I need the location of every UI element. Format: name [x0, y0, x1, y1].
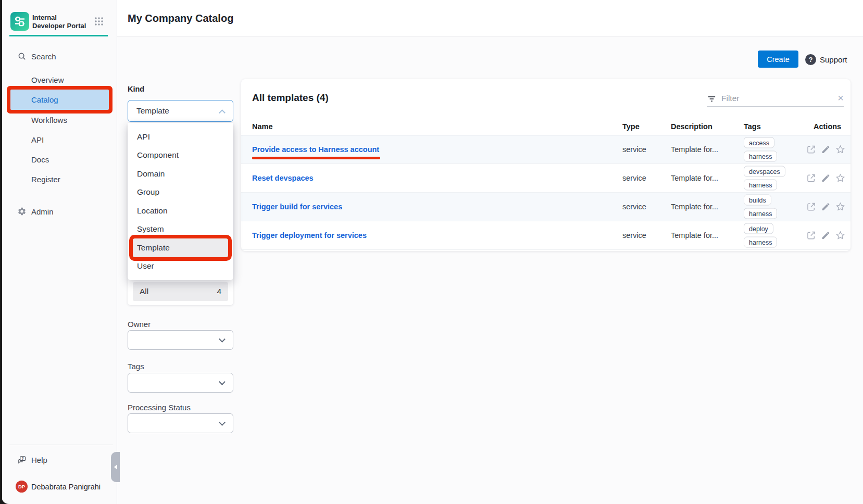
open-in-new-icon[interactable]	[806, 202, 816, 212]
tag-chip: harness	[744, 180, 777, 191]
app-switcher-icon[interactable]	[94, 17, 104, 26]
sidebar-item-workflows[interactable]: Workflows	[31, 113, 67, 127]
kind-option-group[interactable]: Group	[133, 183, 228, 202]
all-count: 4	[217, 287, 221, 296]
sidebar-item-label: Workflows	[31, 116, 67, 124]
sidebar-item-catalog[interactable]: Catalog	[10, 90, 109, 110]
owner-select[interactable]	[128, 330, 233, 350]
kind-select-value: Template	[136, 106, 169, 116]
help-button[interactable]: ? Help	[0, 452, 117, 467]
kind-option-system[interactable]: System	[133, 220, 228, 239]
kind-option-user[interactable]: User	[133, 257, 228, 276]
search-label: Search	[31, 52, 56, 61]
description-cell: Template for...	[671, 203, 718, 211]
edit-icon[interactable]	[821, 202, 831, 212]
kind-dropdown: APIComponentDomainGroupLocationSystemTem…	[128, 123, 233, 280]
sidebar-item-overview[interactable]: Overview	[31, 73, 64, 86]
column-header-description: Description	[671, 122, 712, 131]
tag-chip: harness	[744, 237, 777, 248]
actions-cell	[806, 173, 845, 183]
kind-select[interactable]: Template	[128, 100, 233, 122]
svg-text:?: ?	[22, 457, 24, 460]
sidebar-item-label: Overview	[31, 75, 64, 84]
template-name-link[interactable]: Trigger build for services	[252, 203, 342, 211]
sidebar-item-docs[interactable]: Docs	[31, 153, 49, 166]
template-name-link[interactable]: Trigger deployment for services	[252, 231, 367, 240]
column-header-name: Name	[252, 122, 273, 131]
kind-option-api[interactable]: API	[133, 128, 228, 146]
sidebar-divider	[9, 445, 113, 445]
star-icon[interactable]	[835, 145, 845, 155]
chevron-up-icon	[219, 109, 226, 116]
edit-icon[interactable]	[821, 145, 831, 155]
table-row: Trigger deployment for servicesserviceTe…	[241, 221, 851, 250]
tag-chip: harness	[744, 151, 777, 162]
question-circle-icon: ?	[805, 54, 816, 65]
column-header-type: Type	[622, 122, 640, 131]
table-title: All templates (4)	[252, 92, 329, 104]
search-icon	[17, 52, 27, 61]
edit-icon[interactable]	[821, 173, 831, 183]
chevron-down-icon	[219, 379, 226, 385]
actions-cell	[806, 145, 845, 155]
chevron-down-icon	[219, 336, 226, 343]
gear-icon	[17, 207, 27, 216]
tag-chip: deploy	[744, 223, 773, 234]
table-row: Reset devspacesserviceTemplate for...dev…	[241, 164, 851, 193]
description-cell: Template for...	[671, 231, 718, 240]
processing-status-label: Processing Status	[128, 403, 191, 412]
app-window: Internal Developer Portal Search Overvie…	[0, 0, 863, 504]
page-title: My Company Catalog	[128, 12, 233, 24]
kind-all-row[interactable]: All 4	[133, 282, 228, 301]
kind-option-component[interactable]: Component	[133, 146, 228, 165]
clear-filter-icon[interactable]: ×	[837, 93, 844, 104]
open-in-new-icon[interactable]	[806, 231, 816, 241]
main-header: My Company Catalog	[117, 0, 863, 36]
type-cell: service	[622, 174, 646, 182]
tags-cell: devspacesharness	[744, 166, 785, 191]
templates-table-card: All templates (4) × Name Type Descriptio…	[241, 79, 851, 251]
sidebar: Internal Developer Portal Search Overvie…	[0, 0, 117, 504]
tags-label: Tags	[128, 362, 144, 371]
support-button[interactable]: ? Support	[805, 54, 847, 65]
support-label: Support	[820, 55, 847, 64]
tags-cell: accessharness	[744, 137, 777, 162]
help-label: Help	[31, 456, 47, 464]
kind-option-domain[interactable]: Domain	[133, 165, 228, 183]
type-cell: service	[622, 231, 646, 240]
sidebar-item-register[interactable]: Register	[31, 172, 60, 186]
edit-icon[interactable]	[821, 231, 831, 241]
kind-option-location[interactable]: Location	[133, 201, 228, 220]
sidebar-item-label: Register	[31, 175, 60, 184]
sidebar-item-search[interactable]: Search	[0, 49, 117, 64]
user-name[interactable]: Debabrata Panigrahi	[31, 483, 101, 491]
sidebar-item-api[interactable]: API	[31, 133, 44, 146]
help-chat-icon: ?	[17, 455, 27, 464]
open-in-new-icon[interactable]	[806, 173, 816, 183]
column-header-tags: Tags	[744, 122, 761, 131]
tags-cell: buildsharness	[744, 195, 777, 219]
tags-cell: deployharness	[744, 223, 777, 248]
brand-title: Internal Developer Portal	[32, 14, 91, 30]
brand-divider	[9, 35, 108, 36]
sidebar-item-label: Docs	[31, 155, 49, 164]
star-icon[interactable]	[835, 202, 845, 212]
star-icon[interactable]	[835, 173, 845, 183]
tags-select[interactable]	[128, 373, 233, 393]
sidebar-item-admin[interactable]: Admin	[0, 204, 117, 219]
template-name-link[interactable]: Reset devspaces	[252, 174, 314, 182]
sidebar-collapse-handle[interactable]	[111, 452, 120, 482]
filter-list-icon	[707, 94, 717, 104]
chevron-down-icon	[219, 419, 226, 426]
template-name-link[interactable]: Provide access to Harness account	[252, 145, 379, 154]
description-cell: Template for...	[671, 174, 718, 182]
kind-option-template[interactable]: Template	[133, 238, 228, 257]
star-icon[interactable]	[835, 231, 845, 241]
create-button[interactable]: Create	[758, 51, 798, 68]
processing-status-select[interactable]	[128, 413, 233, 433]
open-in-new-icon[interactable]	[806, 145, 816, 155]
column-header-actions: Actions	[814, 122, 841, 131]
type-cell: service	[622, 203, 646, 211]
user-avatar[interactable]: DP	[16, 481, 28, 493]
filter-input[interactable]	[721, 94, 833, 103]
